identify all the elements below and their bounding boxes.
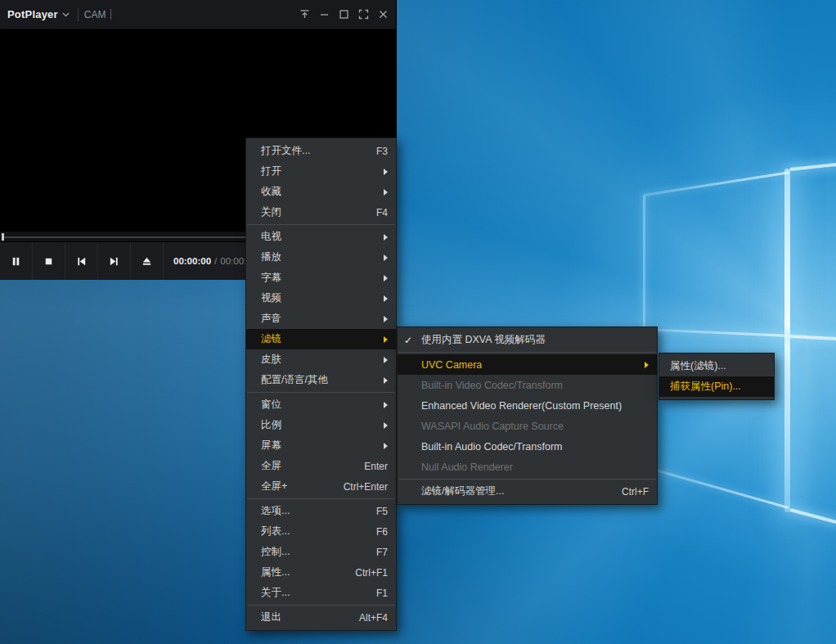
next-icon [108,255,120,268]
menu-item-label: 声音 [261,312,281,326]
time-separator: / [214,256,217,266]
menu-item-label: 全屏 [261,459,281,473]
menu-item-label: Enhanced Video Renderer(Custom Present) [421,400,622,412]
menu-item-label: 视频 [261,291,281,305]
stop-button[interactable] [33,242,65,280]
menu-item-evr-custom-present[interactable]: Enhanced Video Renderer(Custom Present) [398,395,657,416]
menu-separator [247,605,395,606]
menu-item-label: 滤镜 [261,332,281,346]
menu-item-label: 捕获属性(Pin)... [670,380,741,394]
shortcut-label: Alt+F4 [344,612,388,624]
menu-item-label: UVC Camera [421,359,482,371]
menu-item-skins[interactable]: 皮肤 [246,349,396,370]
menu-item-label: Built-in Video Codec/Transform [421,380,563,391]
previous-button[interactable] [65,242,98,280]
menu-item-favorites[interactable]: 收藏 [246,182,396,202]
menu-item-playlist[interactable]: 列表...F6 [246,521,396,542]
shortcut-label: F1 [362,588,388,599]
menu-item-label: 属性(滤镜)... [670,359,726,373]
filters-submenu: ✓使用内置 DXVA 视频解码器UVC CameraBuilt-in Video… [397,327,658,505]
check-icon: ✓ [404,335,421,346]
menu-item-label: 收藏 [261,185,281,199]
shortcut-label: F7 [362,547,388,558]
menu-item-label: 列表... [261,525,290,538]
app-menu-button[interactable]: PotPlayer [7,8,58,20]
menu-item-fullscreen-plus[interactable]: 全屏+Ctrl+Enter [246,476,396,497]
menu-item-label: 退出 [261,610,281,624]
menu-item-builtin-video-codec[interactable]: Built-in Video Codec/Transform [398,375,657,395]
menu-item-null-audio-renderer[interactable]: Null Audio Renderer [398,457,657,477]
menu-item-label: 控制... [261,545,290,559]
menu-item-exit[interactable]: 退出Alt+F4 [246,607,396,628]
menu-item-filters[interactable]: 滤镜 [246,329,396,349]
menu-item-open-file[interactable]: 打开文件...F3 [246,141,396,161]
submenu-arrow-icon [384,402,388,408]
menu-item-label: 全屏+ [261,480,287,493]
submenu-arrow-icon [384,189,388,196]
seek-thumb[interactable] [2,233,4,241]
menu-item-label: 选项... [261,504,290,518]
titlebar[interactable]: PotPlayer CAM [0,0,396,29]
menu-item-label: 窗位 [261,398,281,412]
menu-item-control[interactable]: 控制...F7 [246,542,396,562]
titlebar-divider [78,8,79,21]
menu-item-audio[interactable]: 声音 [246,308,396,329]
menu-item-subtitles[interactable]: 字幕 [246,268,396,288]
minimize-button[interactable] [314,4,334,25]
main-context-menu: 打开文件...F3打开收藏关闭F4电视播放字幕视频声音滤镜皮肤配置/语言/其他窗… [245,137,397,631]
submenu-arrow-icon [384,254,388,261]
submenu-arrow-icon [384,443,388,449]
menu-item-about[interactable]: 关于...F1 [246,583,396,603]
close-button[interactable] [373,4,393,25]
menu-item-capture-pin-properties[interactable]: 捕获属性(Pin)... [659,376,774,397]
menu-item-label: WASAPI Audio Capture Source [421,421,564,432]
maximize-icon [339,9,349,20]
shortcut-label: Ctrl+F1 [340,567,388,579]
menu-item-aspect-ratio[interactable]: 比例 [246,415,396,435]
submenu-arrow-icon [384,336,388,343]
menu-item-label: 播放 [261,250,281,264]
menu-item-label: 关于... [261,586,290,600]
submenu-arrow-icon [384,316,388,322]
submenu-arrow-icon [384,169,388,175]
wallpaper-window-top-right-rail [790,163,836,171]
wallpaper-window-main-edge [784,169,790,512]
menu-item-uvc-camera[interactable]: UVC Camera [398,354,657,375]
menu-item-preferences[interactable]: 配置/语言/其他 [246,370,396,390]
menu-item-options[interactable]: 选项...F5 [246,501,396,521]
menu-separator [247,498,395,499]
eject-button[interactable] [131,242,164,280]
menu-item-label: 滤镜/解码器管理... [421,484,504,498]
menu-item-screen[interactable]: 屏幕 [246,435,396,456]
chevron-down-icon[interactable] [62,12,70,17]
menu-item-label: 打开文件... [261,144,310,158]
submenu-arrow-icon [384,275,388,281]
menu-item-wasapi-audio-capture[interactable]: WASAPI Audio Capture Source [398,416,657,436]
menu-item-playback[interactable]: 播放 [246,247,396,268]
menu-item-label: 配置/语言/其他 [261,373,328,387]
menu-item-label: 比例 [261,418,281,432]
menu-item-dxva-decoder[interactable]: ✓使用内置 DXVA 视频解码器 [398,330,657,350]
menu-item-open[interactable]: 打开 [246,161,396,182]
menu-item-builtin-audio-codec[interactable]: Built-in Audio Codec/Transform [398,436,657,457]
menu-item-tv[interactable]: 电视 [246,227,396,247]
fullscreen-button[interactable] [353,4,373,25]
menu-item-fullscreen[interactable]: 全屏Enter [246,456,396,476]
always-on-top-button[interactable] [294,4,314,25]
menu-item-label: 电视 [261,230,281,244]
submenu-arrow-icon [384,422,388,429]
maximize-button[interactable] [334,4,353,25]
next-button[interactable] [98,242,131,280]
menu-item-filter-manager[interactable]: 滤镜/解码器管理...Ctrl+F [398,481,657,502]
menu-item-window-position[interactable]: 窗位 [246,394,396,415]
wallpaper-window-middle-right-rail [790,335,836,340]
menu-separator [398,352,656,353]
menu-item-close[interactable]: 关闭F4 [246,202,396,223]
shortcut-label: F4 [362,207,388,218]
menu-item-filter-properties[interactable]: 属性(滤镜)... [659,356,774,376]
menu-item-video[interactable]: 视频 [246,288,396,308]
pause-button[interactable] [0,242,33,280]
menu-item-properties[interactable]: 属性...Ctrl+F1 [246,562,396,583]
wallpaper-window-bottom-rail [644,466,789,509]
wallpaper-window-middle-rail [644,328,789,337]
